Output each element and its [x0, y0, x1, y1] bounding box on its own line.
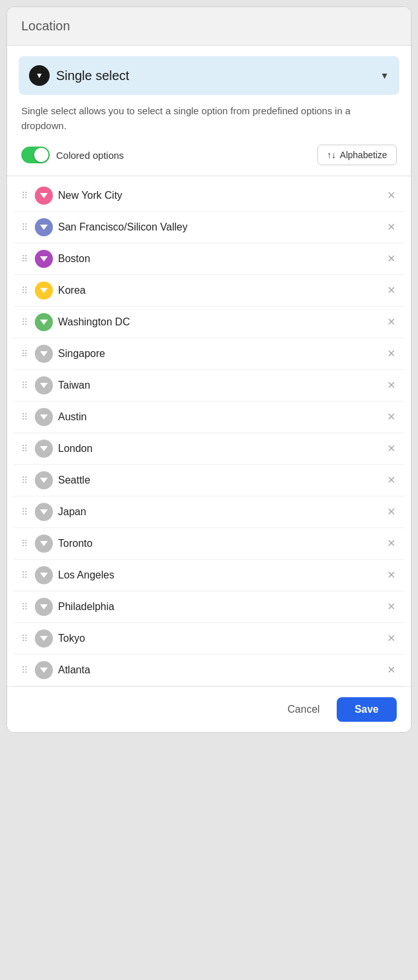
option-badge[interactable] [35, 629, 53, 648]
list-item: ⠿ Seattle ✕ [14, 465, 404, 496]
remove-option-button[interactable]: ✕ [383, 189, 399, 202]
location-label: Location [21, 19, 70, 33]
option-badge[interactable] [35, 218, 53, 236]
option-name: Philadelphia [58, 601, 378, 613]
list-item: ⠿ Korea ✕ [14, 275, 404, 307]
svg-marker-3 [40, 288, 48, 293]
drag-handle[interactable]: ⠿ [19, 349, 30, 359]
cancel-button[interactable]: Cancel [280, 699, 328, 720]
drag-handle[interactable]: ⠿ [19, 380, 30, 391]
colored-options-control: Colored options [21, 147, 124, 163]
option-badge[interactable] [35, 408, 53, 426]
alphabetize-button[interactable]: ↑↓ Alphabetize [317, 145, 397, 165]
option-badge[interactable] [35, 250, 53, 268]
drag-handle[interactable]: ⠿ [19, 538, 30, 549]
list-item: ⠿ Austin ✕ [14, 402, 404, 433]
option-badge[interactable] [35, 471, 53, 489]
remove-option-button[interactable]: ✕ [383, 569, 399, 582]
remove-option-button[interactable]: ✕ [383, 442, 399, 455]
drag-handle[interactable]: ⠿ [19, 254, 30, 264]
colored-options-toggle[interactable] [21, 147, 50, 163]
main-panel: Location ▼ Single select ▼ Single select… [6, 6, 412, 733]
remove-option-button[interactable]: ✕ [383, 379, 399, 392]
option-name: London [58, 443, 378, 454]
option-name: New York City [58, 190, 378, 201]
remove-option-button[interactable]: ✕ [383, 252, 399, 265]
remove-option-button[interactable]: ✕ [383, 316, 399, 329]
remove-option-button[interactable]: ✕ [383, 505, 399, 518]
list-item: ⠿ Japan ✕ [14, 496, 404, 528]
remove-option-button[interactable]: ✕ [383, 411, 399, 424]
option-badge[interactable] [35, 566, 53, 584]
option-name: Tokyo [58, 633, 378, 644]
list-item: ⠿ Philadelphia ✕ [14, 591, 404, 623]
list-item: ⠿ Singapore ✕ [14, 338, 404, 370]
option-name: Seattle [58, 475, 378, 486]
svg-marker-12 [40, 573, 48, 578]
remove-option-button[interactable]: ✕ [383, 537, 399, 550]
option-badge[interactable] [35, 598, 53, 616]
remove-option-button[interactable]: ✕ [383, 474, 399, 487]
option-badge[interactable] [35, 440, 53, 458]
sort-icon: ↑↓ [327, 150, 336, 160]
footer: Cancel Save [7, 686, 411, 732]
colored-options-label: Colored options [56, 150, 124, 161]
option-badge[interactable] [35, 376, 53, 394]
remove-option-button[interactable]: ✕ [383, 600, 399, 613]
drag-handle[interactable]: ⠿ [19, 633, 30, 644]
list-item: ⠿ San Francisco/Silicon Valley ✕ [14, 212, 404, 243]
drag-handle[interactable]: ⠿ [19, 570, 30, 580]
type-selector-left: ▼ Single select [29, 65, 129, 86]
option-badge[interactable] [35, 187, 53, 205]
drag-handle[interactable]: ⠿ [19, 475, 30, 485]
type-icon: ▼ [29, 65, 50, 86]
option-badge[interactable] [35, 313, 53, 331]
option-name: Taiwan [58, 380, 378, 391]
option-badge[interactable] [35, 503, 53, 521]
option-name: Atlanta [58, 664, 378, 676]
svg-marker-10 [40, 509, 48, 515]
drag-handle[interactable]: ⠿ [19, 317, 30, 327]
svg-marker-1 [40, 225, 48, 230]
remove-option-button[interactable]: ✕ [383, 664, 399, 677]
remove-option-button[interactable]: ✕ [383, 347, 399, 360]
drag-handle[interactable]: ⠿ [19, 190, 30, 201]
option-name: Los Angeles [58, 569, 378, 581]
option-name: Boston [58, 253, 378, 265]
alphabetize-label: Alphabetize [340, 150, 387, 160]
description-text: Single select allows you to select a sin… [21, 105, 350, 131]
drag-handle[interactable]: ⠿ [19, 222, 30, 232]
option-name: Korea [58, 285, 378, 296]
save-button[interactable]: Save [337, 697, 397, 722]
drag-handle[interactable]: ⠿ [19, 285, 30, 296]
option-badge[interactable] [35, 535, 53, 553]
type-selector[interactable]: ▼ Single select ▼ [19, 56, 399, 95]
toggle-knob [34, 148, 48, 162]
list-item: ⠿ Taiwan ✕ [14, 370, 404, 402]
cancel-label: Cancel [288, 704, 320, 715]
svg-marker-7 [40, 414, 48, 420]
option-badge[interactable] [35, 661, 53, 679]
option-name: Toronto [58, 538, 378, 549]
svg-marker-8 [40, 446, 48, 451]
list-item: ⠿ Toronto ✕ [14, 528, 404, 560]
remove-option-button[interactable]: ✕ [383, 632, 399, 645]
remove-option-button[interactable]: ✕ [383, 284, 399, 297]
remove-option-button[interactable]: ✕ [383, 221, 399, 234]
svg-marker-0 [40, 193, 48, 198]
drag-handle[interactable]: ⠿ [19, 602, 30, 612]
drag-handle[interactable]: ⠿ [19, 444, 30, 454]
svg-marker-4 [40, 320, 48, 325]
divider [7, 176, 411, 176]
location-header: Location [7, 7, 411, 46]
drag-handle[interactable]: ⠿ [19, 507, 30, 517]
drag-handle[interactable]: ⠿ [19, 665, 30, 675]
option-badge[interactable] [35, 281, 53, 300]
svg-marker-15 [40, 668, 48, 673]
drag-handle[interactable]: ⠿ [19, 412, 30, 422]
svg-marker-13 [40, 604, 48, 609]
option-badge[interactable] [35, 345, 53, 363]
type-selector-label: Single select [56, 68, 129, 83]
list-item: ⠿ Boston ✕ [14, 243, 404, 275]
save-label: Save [355, 704, 379, 715]
